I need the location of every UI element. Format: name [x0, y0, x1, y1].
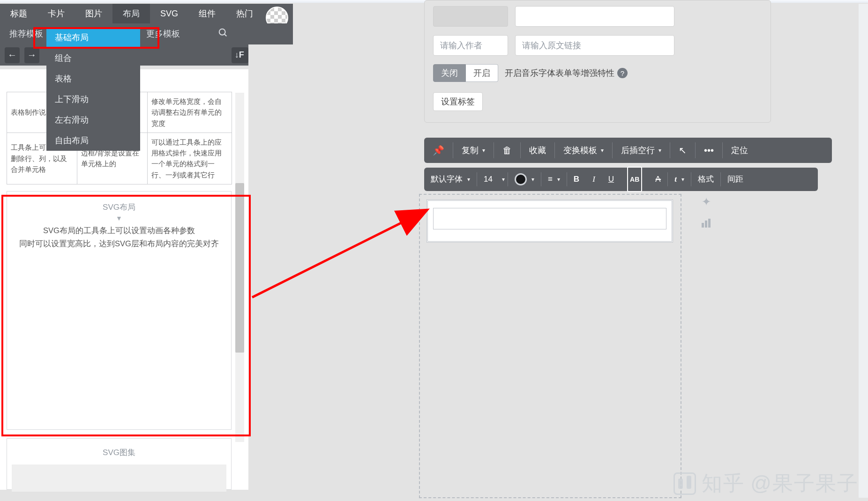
tab-card[interactable]: 卡片 [37, 4, 75, 23]
block-toolbar: 📌 复制▾ 🗑 收藏 变换模板▾ 后插空行▾ ↖ ••• 定位 [424, 138, 832, 163]
pin-icon: 📌 [433, 138, 444, 163]
dropdown-vscroll[interactable]: 上下滑动 [46, 89, 140, 110]
tab-svg[interactable]: SVG [150, 4, 188, 23]
tab-hot[interactable]: 热门 [226, 4, 263, 23]
watermark-site: 知乎 [702, 470, 745, 497]
author-input[interactable]: 请输入作者 [433, 35, 508, 56]
svg-gallery-template-card[interactable]: SVG图集 [7, 438, 232, 490]
svg-rect-3 [702, 223, 704, 228]
dropdown-basic-layout[interactable]: 基础布局 [46, 27, 140, 48]
t-icon: t [674, 168, 677, 191]
layout-dropdown: 基础布局 组合 表格 上下滑动 左右滑动 自由布局 [46, 27, 140, 151]
font-size-dropdown[interactable]: ▾ [499, 168, 508, 191]
dropdown-table[interactable]: 表格 [46, 68, 140, 89]
caret-down-icon: ▾ [557, 168, 560, 191]
page-scrollbar[interactable] [859, 4, 868, 498]
toggle-close[interactable]: 关闭 [433, 64, 466, 82]
svg-line-1 [224, 34, 227, 36]
caret-down-icon: ▾ [482, 138, 485, 163]
title-input[interactable] [515, 6, 674, 27]
canvas-side-tools: ✦ [700, 196, 712, 229]
underline-button[interactable]: U [602, 168, 621, 191]
strike-button[interactable]: A̶ [649, 168, 667, 191]
caret-down-icon: ▾ [658, 138, 661, 163]
caret-down-icon: ▾ [531, 168, 534, 191]
set-tags-button[interactable]: 设置标签 [433, 92, 483, 111]
align-button[interactable]: ≡▾ [541, 168, 567, 191]
layout-inner-input[interactable] [433, 208, 666, 229]
magnifier-icon[interactable] [218, 28, 228, 41]
magic-button[interactable]: ↖ [670, 138, 695, 163]
favorite-button[interactable]: 收藏 [521, 138, 554, 163]
subtab-recommended[interactable]: 推荐模板 [0, 23, 52, 44]
copy-button[interactable]: 复制▾ [453, 138, 494, 163]
svg-point-0 [219, 29, 225, 35]
pin-button[interactable]: 📌 [424, 138, 453, 163]
sort-button[interactable]: ↓F [232, 47, 248, 63]
dropdown-hscroll[interactable]: 左右滑动 [46, 110, 140, 130]
cover-placeholder[interactable] [433, 6, 508, 27]
caret-down-icon: ▾ [681, 168, 684, 191]
font-size-input[interactable]: 14 [477, 168, 499, 191]
delete-button[interactable]: 🗑 [494, 138, 520, 163]
svg-card-line1: SVG布局的工具条上可以设置动画各种参数 [7, 226, 231, 236]
svg-gallery-placeholder [12, 464, 226, 492]
toggle-open[interactable]: 开启 [466, 64, 498, 82]
watermark: 知乎 @果子果子 [673, 470, 859, 497]
locate-button[interactable]: 定位 [723, 138, 756, 163]
color-swatch-icon [515, 173, 527, 185]
caret-down-icon: ▼ [7, 214, 231, 222]
toggle-caption: 开启音乐字体表单等增强特性 [505, 67, 614, 79]
bold-button[interactable]: B [567, 168, 586, 191]
trash-icon: 🗑 [502, 138, 512, 163]
source-link-input[interactable]: 请输入原文链接 [515, 35, 674, 56]
tab-title[interactable]: 标题 [0, 4, 37, 23]
spacing-button[interactable]: 间距 [721, 168, 750, 191]
caret-down-icon: ▾ [601, 138, 604, 163]
text-color-button[interactable]: ▾ [508, 168, 541, 191]
cell: 可以通过工具条上的应用格式操作，快速应用一个单元的格式到一行、一列或者其它行 [148, 133, 232, 184]
text-style-button[interactable]: AB [621, 167, 649, 192]
watermark-user: @果子果子 [750, 470, 859, 497]
top-tab-bar: 标题 卡片 图片 布局 SVG 组件 热门 [0, 4, 293, 23]
subtab-more[interactable]: 更多模板 [137, 23, 189, 44]
text-toolbar: 默认字体▾ 14 ▾ ▾ ≡▾ B I U AB A̶ t▾ 格式 间距 [424, 168, 818, 191]
text-transform-button[interactable]: t▾ [668, 168, 691, 191]
tab-image[interactable]: 图片 [75, 4, 112, 23]
left-scrollbar-thumb[interactable] [235, 183, 244, 353]
svg-layout-template-card[interactable]: SVG布局 ▼ SVG布局的工具条上可以设置动画各种参数 同时可以设置宽高比，达… [7, 191, 232, 430]
swap-template-button[interactable]: 变换模板▾ [555, 138, 612, 163]
caret-down-icon: ▾ [502, 168, 505, 191]
italic-button[interactable]: I [586, 168, 602, 191]
copy-label: 复制 [462, 138, 479, 163]
more-button[interactable]: ••• [696, 138, 722, 163]
dropdown-combo[interactable]: 组合 [46, 48, 140, 68]
editor-panel: 请输入作者 请输入原文链接 关闭 开启 开启音乐字体表单等增强特性 ? 设置标签… [408, 0, 868, 501]
swap-label: 变换模板 [563, 138, 597, 163]
align-icon: ≡ [548, 168, 553, 191]
editor-canvas[interactable] [412, 194, 820, 498]
format-button[interactable]: 格式 [691, 168, 720, 191]
svg-card-title: SVG布局 [7, 202, 231, 213]
zhihu-logo-icon [673, 472, 696, 495]
svg-rect-4 [705, 221, 707, 228]
cell: 修改单元格宽度，会自动调整右边所有单元的宽度 [148, 92, 232, 133]
forward-button[interactable]: → [24, 47, 39, 63]
back-button[interactable]: ← [5, 47, 20, 63]
svg-rect-5 [708, 219, 711, 228]
cursor-icon: ↖ [679, 138, 687, 163]
svg-card-line2: 同时可以设置宽高比，达到SVG层和布局内容的完美对齐 [7, 239, 231, 249]
svg-gallery-title: SVG图集 [7, 447, 231, 458]
svg-line-2 [252, 211, 426, 297]
insert-blank-button[interactable]: 后插空行▾ [613, 138, 670, 163]
font-family-select[interactable]: 默认字体▾ [424, 168, 477, 191]
tab-layout[interactable]: 布局 [112, 4, 150, 23]
font-label: 默认字体 [431, 168, 463, 191]
dropdown-free[interactable]: 自由布局 [46, 130, 140, 151]
bars-icon[interactable] [700, 217, 712, 229]
ab-icon: AB [627, 167, 642, 192]
help-icon[interactable]: ? [617, 68, 628, 78]
tab-comp[interactable]: 组件 [188, 4, 226, 23]
ellipsis-icon: ••• [704, 138, 714, 163]
sparkle-icon[interactable]: ✦ [700, 196, 712, 208]
